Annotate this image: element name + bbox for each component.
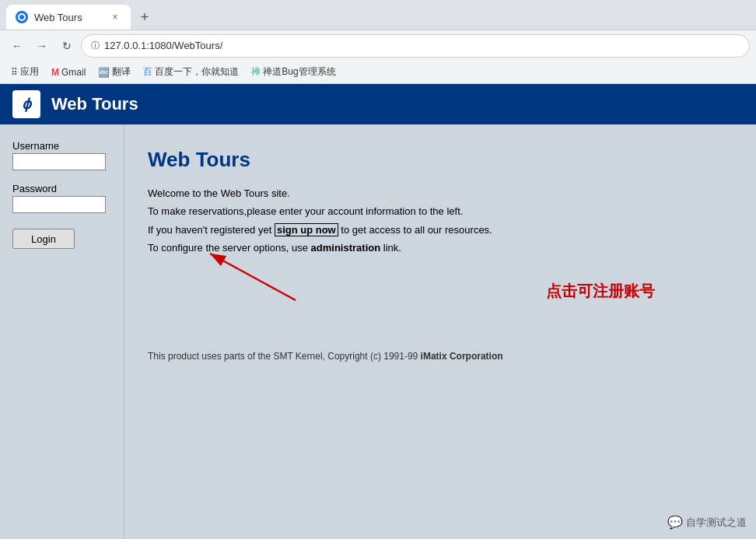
app-header: ϕ Web Tours xyxy=(0,84,756,124)
hp-logo: ϕ xyxy=(12,90,40,118)
username-input[interactable] xyxy=(12,153,106,170)
bookmark-baidu-label: 百度一下，你就知道 xyxy=(155,65,239,79)
password-label: Password xyxy=(12,183,111,194)
watermark-icon: 💬 xyxy=(667,515,683,530)
tab-favicon xyxy=(16,11,28,23)
bookmark-baidu[interactable]: 百 百度一下，你就知道 xyxy=(138,64,243,80)
active-tab[interactable]: Web Tours × xyxy=(6,5,131,30)
bookmark-apps-label: 应用 xyxy=(20,65,39,79)
hp-logo-letter: ϕ xyxy=(22,96,31,113)
refresh-button[interactable]: ↻ xyxy=(56,35,78,57)
bookmark-bugzilla-label: 禅道Bug管理系统 xyxy=(263,65,335,79)
back-button[interactable]: ← xyxy=(6,35,28,57)
browser-chrome: Web Tours × + ← → ↻ ⓘ 127.0.0.1:1080/Web… xyxy=(0,0,756,84)
app-header-title: Web Tours xyxy=(51,94,138,114)
main-content: Web Tours Welcome to the Web Tours site.… xyxy=(124,124,756,539)
welcome-line: Welcome to the Web Tours site. xyxy=(148,184,733,202)
tab-title: Web Tours xyxy=(34,12,82,23)
annotation-text: 点击可注册账号 xyxy=(546,281,655,302)
signup-now-link[interactable]: sign up now xyxy=(275,223,338,236)
watermark-text: 自学测试之道 xyxy=(686,516,747,530)
address-bar[interactable]: ⓘ 127.0.0.1:1080/WebTours/ xyxy=(81,34,750,58)
bookmark-translate[interactable]: 🔤 翻译 xyxy=(93,64,135,80)
username-label: Username xyxy=(12,140,111,152)
forward-button[interactable]: → xyxy=(31,35,53,57)
bookmark-bugzilla[interactable]: 禅 禅道Bug管理系统 xyxy=(247,64,340,80)
lock-icon: ⓘ xyxy=(91,40,100,51)
app-body: Username Password Login Web Tours Welcom… xyxy=(0,124,756,539)
bookmark-gmail-label: Gmail xyxy=(61,67,86,78)
signup-line: If you haven't registered yet sign up no… xyxy=(148,221,733,239)
bookmark-translate-label: 翻译 xyxy=(112,65,131,79)
sidebar: Username Password Login xyxy=(0,124,124,539)
watermark: 💬 自学测试之道 xyxy=(667,515,747,530)
login-button[interactable]: Login xyxy=(12,229,75,249)
app-container: ϕ Web Tours Username Password Login Web … xyxy=(0,84,756,539)
bugzilla-icon: 禅 xyxy=(251,65,261,79)
signup-after: to get access to all our resources. xyxy=(338,224,492,236)
new-tab-button[interactable]: + xyxy=(134,6,156,28)
password-group: Password xyxy=(12,183,111,213)
reservation-line: To make reservations,please enter your a… xyxy=(148,202,733,220)
gmail-icon: M xyxy=(51,67,59,78)
tab-close-button[interactable]: × xyxy=(109,11,121,23)
nav-bar: ← → ↻ ⓘ 127.0.0.1:1080/WebTours/ xyxy=(0,30,756,61)
bookmark-apps[interactable]: ⠿ 应用 xyxy=(6,64,44,80)
username-group: Username xyxy=(12,140,111,170)
baidu-icon: 百 xyxy=(143,65,152,79)
apps-icon: ⠿ xyxy=(11,67,18,78)
main-title: Web Tours xyxy=(148,148,733,172)
translate-icon: 🔤 xyxy=(98,67,110,78)
copyright-bold: iMatix Corporation xyxy=(421,351,503,362)
signup-before: If you haven't registered yet xyxy=(148,224,275,236)
password-input[interactable] xyxy=(12,196,106,213)
address-text: 127.0.0.1:1080/WebTours/ xyxy=(104,40,222,51)
bookmarks-bar: ⠿ 应用 M Gmail 🔤 翻译 百 百度一下，你就知道 禅 禅道Bug管理系… xyxy=(0,61,756,84)
copyright-section: This product uses parts of the SMT Kerne… xyxy=(148,351,733,362)
admin-after: link. xyxy=(380,242,401,254)
bookmark-gmail[interactable]: M Gmail xyxy=(47,65,90,79)
copyright-text: This product uses parts of the SMT Kerne… xyxy=(148,351,421,362)
annotation-area: 点击可注册账号 xyxy=(148,265,733,327)
tab-bar: Web Tours × + xyxy=(0,0,756,30)
svg-line-1 xyxy=(210,254,296,300)
annotation-arrow xyxy=(194,242,350,304)
